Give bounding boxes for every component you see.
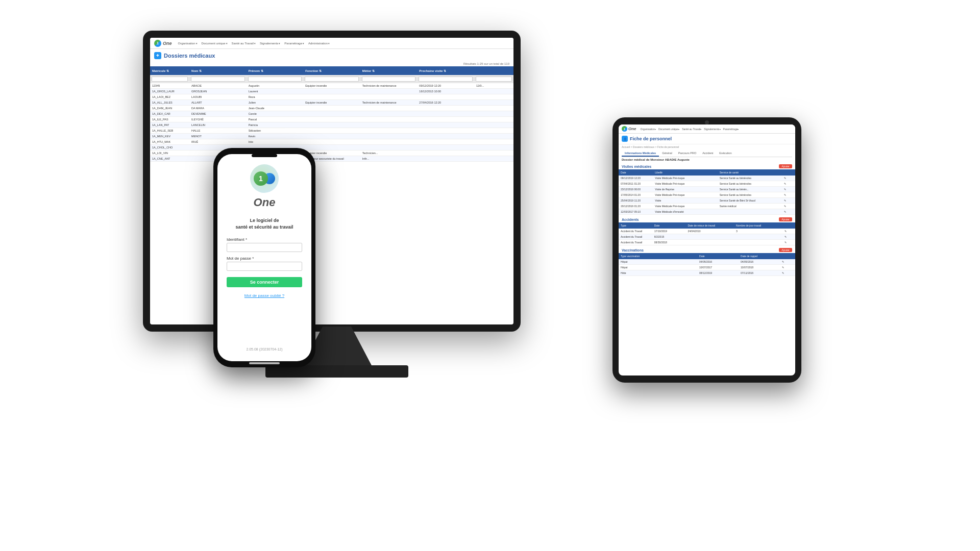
acc-th-retour: Date de retour de travail (685, 223, 734, 228)
vr-action: ✎ (782, 198, 795, 203)
search-prenom[interactable] (248, 77, 302, 82)
search-matricule[interactable] (152, 77, 188, 82)
nav-parametrage[interactable]: Paramétrage (284, 42, 304, 45)
tablet-app: 1 One Organisation Document unique Santé… (619, 124, 795, 375)
td-fonction (303, 95, 360, 99)
vr-service: Service Santé de Béni St-Viaud (718, 198, 782, 203)
vaccinations-row[interactable]: Hépat04/05/201604/05/2016✎ (619, 259, 795, 265)
visites-row[interactable]: 23/12/2016 06:00Visite de RepriseService… (619, 187, 795, 192)
search-fonction[interactable] (305, 77, 359, 82)
tab-nav-organisation[interactable]: Organisation (641, 128, 656, 131)
identifiant-group: Identifiant * (227, 237, 302, 252)
phone-home-indicator (249, 362, 280, 364)
desktop-logo: 1 One (154, 40, 172, 47)
vaccinations-row[interactable]: Héte08/12/201907/11/2016✎ (619, 270, 795, 276)
ar-retour (685, 240, 734, 244)
td-prenom: Jean-Claude (247, 106, 304, 110)
accidents-row[interactable]: Accident du Travail17/10/201924/04/20103… (619, 229, 795, 234)
vaccinations-add-btn[interactable]: Ajouter (779, 248, 792, 252)
accidents-title: Accidents (622, 218, 639, 221)
td-metier (360, 134, 418, 138)
td-nom: HALLE (189, 129, 247, 133)
tab-accident[interactable]: Accident (699, 151, 716, 157)
td-visite (417, 112, 474, 116)
table-row[interactable]: 1A_LOI_VIN Equipier incendie Technicien.… (150, 151, 513, 156)
td-metier (360, 106, 418, 110)
tab-nav-document[interactable]: Document unique (658, 128, 679, 131)
visites-add-btn[interactable]: Ajouter (779, 164, 792, 168)
phone-tagline-line1: Le logiciel de (235, 217, 293, 224)
visites-row[interactable]: 09/12/2019 12:20Visite Médicale Pré-risq… (619, 176, 795, 181)
vr-action: ✎ (782, 187, 795, 191)
tab-informations-medicales[interactable]: Informations Médicales (622, 151, 659, 157)
forgot-password-link[interactable]: Mot de passe oublié ? (227, 293, 302, 298)
vr-libelle: Visite de Reprise (653, 187, 717, 191)
vr-libelle: Visite (653, 198, 717, 203)
td-fonction: Equipier incendie (303, 101, 360, 105)
tab-nav-sante[interactable]: Santé au Travail (682, 128, 701, 131)
table-row[interactable]: 1A_HTU_MAK IRUÉ Irée (150, 139, 513, 145)
tablet-logo-text: One (628, 127, 636, 131)
table-row[interactable]: 1A_DEV_CAR DEVENIME Carole (150, 111, 513, 117)
accidents-add-btn[interactable]: Ajouter (779, 217, 792, 221)
search-extra[interactable] (476, 77, 512, 82)
vr-action: ✎ (782, 210, 795, 214)
vr-date: 17/05/2014 01:20 (619, 193, 653, 197)
search-visite[interactable] (419, 77, 473, 82)
table-row[interactable]: 1A_LAN_PAT LANCELIN Patricia (150, 122, 513, 128)
password-input[interactable] (227, 262, 302, 271)
visites-row[interactable]: 07/04/2011 01:20Visite Médicale Pré-risq… (619, 181, 795, 187)
tab-general[interactable]: Général (659, 151, 675, 157)
vac-date: 04/05/2016 (697, 260, 739, 264)
table-row[interactable]: 12345 ABACIE Augustin Equipier incendie … (150, 83, 513, 89)
table-row[interactable]: 1A_ALL_JULES ALLART Julien Equipier ince… (150, 100, 513, 106)
vr-date: 07/04/2011 01:20 (619, 182, 653, 186)
nav-administration[interactable]: Administration (308, 42, 330, 45)
vac-th-type: Type vaccination (619, 254, 697, 258)
table-row[interactable]: 1A_LAOI_BEZ LAOUBI Reza (150, 94, 513, 100)
td-fonction (303, 123, 360, 127)
login-btn[interactable]: Se connecter (227, 277, 302, 287)
vaccinations-row[interactable]: Hépat10/07/201710/07/2018✎ (619, 265, 795, 270)
nav-organisation[interactable]: Organisation (178, 42, 198, 45)
tab-nav-parametrage[interactable]: Paramétrage (723, 128, 739, 131)
desktop-table-search (150, 75, 513, 83)
tablet-patient-name: Dossier médical de Monsieur ABADIE Augus… (619, 157, 795, 162)
vac-action: ✎ (780, 260, 795, 264)
tab-parcours-pro[interactable]: Parcours PRO (675, 151, 699, 157)
nav-signalements[interactable]: Signalements (260, 42, 280, 45)
dossiers-icon: ✚ (154, 52, 161, 59)
td-extra (474, 145, 513, 149)
search-metier[interactable] (362, 77, 416, 82)
table-row[interactable]: 1A_HALLE_SEB HALLE Sébastien (150, 128, 513, 134)
accidents-row[interactable]: Accident du Travail8/2/2015✎ (619, 234, 795, 240)
nav-sante[interactable]: Santé au Travail (232, 42, 256, 45)
th-prenom: Prénom ⇅ (247, 68, 304, 73)
identifiant-input[interactable] (227, 243, 302, 252)
ar-action: ✎ (782, 229, 795, 233)
td-visite (417, 140, 474, 144)
search-nom[interactable] (191, 77, 245, 82)
tab-execution[interactable]: Exécution (716, 151, 734, 157)
table-row[interactable]: 1A_MEN_KEV MENOT Kevin (150, 134, 513, 139)
table-row[interactable]: 1A_DAM_JEAN DA MARA Jean-Claude (150, 106, 513, 111)
td-extra (474, 157, 513, 161)
vac-rappel: 04/05/2016 (739, 260, 780, 264)
visites-row[interactable]: 12/03/2017 05:10Visite Médicale d'Innosi… (619, 209, 795, 215)
vr-libelle: Visite Médicale d'Innosité (653, 210, 717, 214)
visites-row[interactable]: 20/12/2016 01:20Visite Médicale Pré-risq… (619, 204, 795, 209)
table-row[interactable]: 1A_CHOL_CHO (150, 145, 513, 151)
table-row[interactable]: 1A_GROS_LAUR GROSJEAN Laurent 16/12/2013… (150, 89, 513, 94)
td-matricule: 1A_HTU_MAK (150, 140, 189, 144)
td-prenom: Reza (247, 95, 304, 99)
tab-nav-signalements[interactable]: Signalements (704, 128, 720, 131)
visites-row[interactable]: 17/05/2014 01:20Visite Médicale Pré-risq… (619, 192, 795, 198)
vr-date: 09/12/2019 12:20 (619, 176, 653, 180)
vr-date: 23/12/2016 06:00 (619, 187, 653, 191)
visites-row[interactable]: 25/04/2019 11:20VisiteService Santé de B… (619, 198, 795, 204)
table-row[interactable]: 1A_CNE_ANT Sauveteur secouriste du trava… (150, 156, 513, 162)
td-visite: 27/04/2016 12:20 (417, 101, 474, 105)
nav-document[interactable]: Document unique (202, 42, 228, 45)
accidents-row[interactable]: Accident du Travail08/30/2018✎ (619, 240, 795, 245)
table-row[interactable]: 1A_ILE_PAS ILEYGHÉ Pascal (150, 117, 513, 122)
